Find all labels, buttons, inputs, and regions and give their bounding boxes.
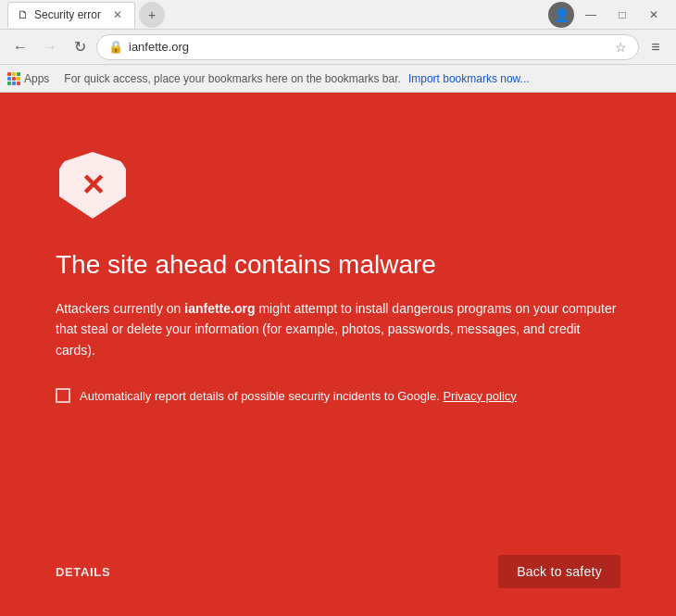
checkbox-text: Automatically report details of possible… xyxy=(80,389,440,403)
shield-circle: ✕ xyxy=(56,148,130,222)
details-link[interactable]: DETAILS xyxy=(56,565,110,579)
star-icon[interactable]: ☆ xyxy=(615,40,627,55)
apps-grid-icon xyxy=(7,72,20,85)
bookmarks-message: For quick access, place your bookmarks h… xyxy=(64,72,401,85)
address-actions: ☆ xyxy=(615,40,627,55)
x-mark-icon: ✕ xyxy=(81,170,106,200)
active-tab[interactable]: 🗋 Security error ✕ xyxy=(7,2,135,28)
privacy-policy-link[interactable]: Privacy policy xyxy=(443,389,516,403)
apps-label: Apps xyxy=(24,72,49,85)
report-checkbox[interactable] xyxy=(56,388,70,403)
tab-title: Security error xyxy=(34,8,101,21)
minimize-button[interactable]: — xyxy=(576,4,606,26)
chrome-menu-button[interactable]: ≡ xyxy=(643,34,669,60)
import-bookmarks-link[interactable]: Import bookmarks now... xyxy=(408,72,530,85)
checkbox-label: Automatically report details of possible… xyxy=(80,389,517,403)
malware-site-name: ianfette.org xyxy=(184,301,255,316)
maximize-button[interactable]: □ xyxy=(607,4,637,26)
error-title: The site ahead contains malware xyxy=(56,250,620,280)
lock-icon: 🔒 xyxy=(108,40,123,54)
shield-error-icon: ✕ xyxy=(56,148,130,222)
error-description: Attackers currently on ianfette.org migh… xyxy=(56,298,620,360)
close-button[interactable]: ✕ xyxy=(639,4,669,26)
navigation-bar: ← → ↻ 🔒 ianfette.org ☆ ≡ xyxy=(0,30,676,65)
url-text[interactable]: ianfette.org xyxy=(129,40,609,54)
tab-document-icon: 🗋 xyxy=(18,8,29,21)
back-button[interactable]: ← xyxy=(7,34,33,60)
forward-button[interactable]: → xyxy=(37,34,63,60)
title-bar: 🗋 Security error ✕ + 👤 — □ ✕ xyxy=(0,0,676,30)
error-page: ✕ The site ahead contains malware Attack… xyxy=(0,93,676,616)
bookmarks-bar: Apps For quick access, place your bookma… xyxy=(0,65,676,93)
back-to-safety-button[interactable]: Back to safety xyxy=(498,555,620,588)
reload-button[interactable]: ↻ xyxy=(67,34,93,60)
apps-section[interactable]: Apps xyxy=(7,72,56,85)
error-icon-container: ✕ xyxy=(56,148,620,222)
error-body-prefix: Attackers currently on xyxy=(56,301,184,316)
title-bar-left: 🗋 Security error ✕ + xyxy=(7,2,165,28)
user-avatar[interactable]: 👤 xyxy=(548,2,574,28)
action-row: DETAILS Back to safety xyxy=(56,555,620,588)
tab-close-button[interactable]: ✕ xyxy=(110,7,125,22)
user-avatar-icon: 👤 xyxy=(554,7,570,22)
new-tab-button[interactable]: + xyxy=(139,2,165,28)
window-controls: 👤 — □ ✕ xyxy=(548,2,669,28)
report-checkbox-row: Automatically report details of possible… xyxy=(56,388,620,403)
address-bar[interactable]: 🔒 ianfette.org ☆ xyxy=(96,34,639,60)
